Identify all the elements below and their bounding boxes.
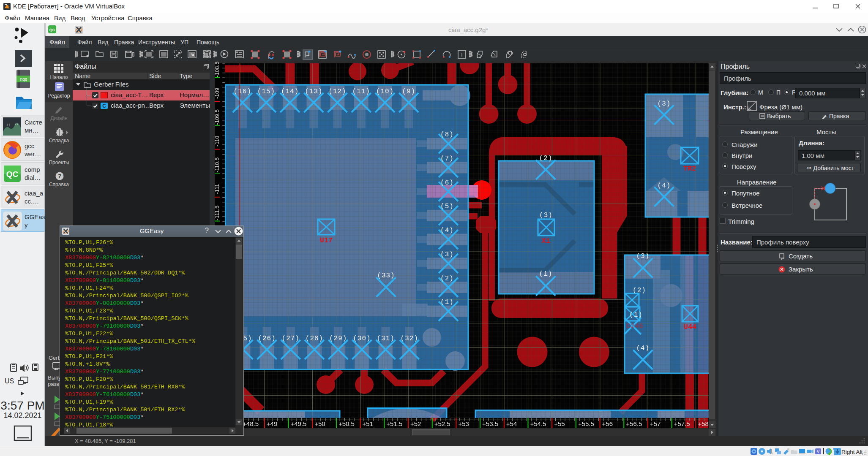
svg-text:+53.5: +53.5 [482, 420, 498, 427]
svg-text:(8): (8) [440, 131, 454, 138]
svg-text:(4): (4) [440, 227, 454, 234]
svg-text:(30): (30) [353, 335, 371, 342]
svg-text:(1): (1) [440, 299, 454, 306]
svg-text:+49: +49 [267, 420, 277, 427]
svg-text:+52.5: +52.5 [434, 420, 450, 427]
svg-text:(15): (15) [257, 88, 275, 95]
svg-text:+56.5: +56.5 [626, 420, 642, 427]
svg-text:+52: +52 [410, 420, 421, 427]
svg-text:(14): (14) [281, 88, 299, 95]
svg-text:(27): (27) [282, 335, 300, 342]
svg-text:X1: X1 [542, 237, 550, 245]
svg-text:+57.5: +57.5 [674, 420, 690, 427]
svg-text:+55.5: +55.5 [578, 420, 594, 427]
svg-text:(9): (9) [402, 88, 415, 95]
svg-text:-109: -109 [215, 88, 220, 99]
svg-text:+58: +58 [698, 420, 708, 427]
svg-text:(3): (3) [440, 251, 454, 258]
svg-text:+49.5: +49.5 [291, 420, 307, 427]
svg-text:(10): (10) [376, 88, 394, 95]
svg-text:(32): (32) [401, 335, 418, 342]
svg-text:(26): (26) [258, 335, 276, 342]
svg-text:TR2: TR2 [683, 165, 696, 173]
svg-text:(2): (2) [539, 155, 552, 162]
svg-text:+57: +57 [650, 420, 661, 427]
svg-text:(11): (11) [352, 88, 370, 95]
svg-text:?: ? [58, 173, 62, 179]
svg-text:-108.5: -108.5 [215, 62, 220, 77]
svg-text:(3): (3) [539, 212, 553, 219]
svg-text:(5): (5) [440, 203, 454, 210]
svg-text:QC: QC [6, 170, 19, 179]
svg-text:(13): (13) [305, 88, 322, 95]
svg-text:(31): (31) [377, 335, 394, 342]
svg-text:(29): (29) [329, 335, 347, 342]
svg-text:C246: C246 [626, 322, 644, 330]
svg-text:+50: +50 [314, 420, 325, 427]
svg-text:U17: U17 [320, 236, 333, 244]
svg-text:-109.5: -109.5 [215, 109, 220, 125]
svg-text:(12): (12) [328, 88, 346, 95]
svg-text:+48.5: +48.5 [243, 420, 259, 427]
svg-text:(7): (7) [440, 155, 454, 163]
svg-text:V: V [817, 449, 820, 454]
svg-text:(1): (1) [539, 270, 552, 278]
svg-text:(28): (28) [306, 335, 323, 342]
svg-text:+54.5: +54.5 [530, 420, 546, 427]
svg-text:+51: +51 [363, 420, 373, 427]
svg-text:-110: -110 [215, 136, 220, 147]
svg-text:(16): (16) [234, 88, 251, 95]
svg-text:(3): (3) [636, 252, 650, 260]
svg-text:nqq: nqq [20, 77, 27, 81]
svg-text:(2): (2) [633, 287, 646, 294]
svg-text:(33): (33) [377, 272, 395, 280]
svg-text:-111.5: -111.5 [215, 206, 220, 220]
svg-text:(4): (4) [636, 345, 650, 352]
svg-text:(2): (2) [440, 275, 454, 282]
svg-text:T: T [460, 52, 464, 58]
svg-text:(4): (4) [658, 182, 671, 190]
svg-text:+54: +54 [506, 420, 517, 427]
svg-text:C: C [102, 103, 106, 109]
svg-text:+55: +55 [554, 420, 565, 427]
svg-text:-111: -111 [215, 184, 220, 194]
svg-text:+50.5: +50.5 [338, 420, 355, 427]
svg-text:U44: U44 [684, 323, 697, 331]
svg-text:-110.5: -110.5 [215, 157, 220, 173]
svg-text:(3): (3) [658, 100, 671, 108]
svg-text:QC: QC [49, 28, 55, 32]
svg-text:(1): (1) [629, 311, 643, 319]
svg-text:+51.5: +51.5 [386, 420, 402, 427]
svg-text:+53: +53 [458, 420, 469, 427]
svg-text:(6): (6) [440, 179, 454, 187]
svg-text:+56: +56 [602, 420, 613, 427]
